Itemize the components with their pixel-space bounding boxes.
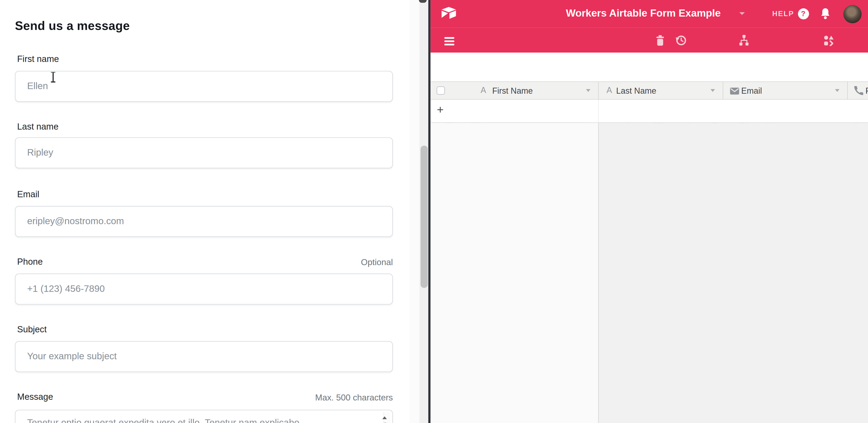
column-caret-icon[interactable] xyxy=(710,89,715,92)
message-textarea[interactable]: Tenetur optio quaerat expedita vero et i… xyxy=(15,410,393,423)
phone-optional-hint: Optional xyxy=(221,258,393,267)
airtable-viewbar: Form Submissions SHARE xyxy=(430,28,868,53)
view-toolbar: Grid view … xyxy=(430,53,868,82)
screen: Send us a message First name Last name E… xyxy=(0,0,868,423)
phone-label: Phone xyxy=(17,257,43,267)
email-label: Email xyxy=(17,189,39,199)
scroll-gutter xyxy=(409,0,419,423)
base-title[interactable]: Workers Airtable Form Example xyxy=(566,7,721,19)
primary-column-divider xyxy=(598,100,599,123)
text-field-icon: A xyxy=(607,85,612,95)
grid-empty-area-left xyxy=(430,123,598,423)
history-icon[interactable] xyxy=(675,34,687,47)
airtable-topbar: Workers Airtable Form Example HELP ? xyxy=(430,0,868,28)
airtable-logo-icon[interactable] xyxy=(441,7,456,20)
column-caret-icon[interactable] xyxy=(835,89,839,92)
base-title-caret-icon[interactable] xyxy=(739,12,744,15)
column-divider[interactable] xyxy=(598,82,599,100)
text-field-icon: A xyxy=(481,85,486,95)
page-scrollbar-thumb[interactable] xyxy=(420,146,427,288)
contact-form-pane: Send us a message First name Last name E… xyxy=(0,0,409,423)
column-header-email[interactable]: Email xyxy=(741,86,762,95)
email-field[interactable] xyxy=(15,206,393,237)
add-row-band[interactable] xyxy=(430,100,868,123)
user-avatar[interactable] xyxy=(843,5,861,23)
automations-icon[interactable] xyxy=(739,35,749,46)
phone-field-icon xyxy=(854,86,863,95)
column-caret-icon[interactable] xyxy=(586,89,590,92)
subject-label: Subject xyxy=(17,325,47,334)
column-header-last-name[interactable]: Last Name xyxy=(616,86,656,95)
select-all-checkbox[interactable] xyxy=(437,86,445,94)
grid-empty-area-right xyxy=(599,123,868,423)
window-divider xyxy=(428,0,430,423)
primary-column-divider xyxy=(598,123,599,423)
first-name-input[interactable] xyxy=(15,71,393,102)
form-title: Send us a message xyxy=(15,19,130,33)
notifications-bell-icon[interactable] xyxy=(820,7,830,20)
message-maxchars-hint: Max. 500 characters xyxy=(221,393,393,402)
add-row-button[interactable]: + xyxy=(437,103,444,117)
trash-icon[interactable] xyxy=(655,35,664,46)
last-name-input[interactable] xyxy=(15,138,393,169)
help-button[interactable]: HELP xyxy=(772,9,794,18)
airtable-pane: Workers Airtable Form Example HELP ? For… xyxy=(430,0,868,423)
phone-field[interactable] xyxy=(15,274,393,305)
message-placeholder: Tenetur optio quaerat expedita vero et i… xyxy=(27,418,376,423)
message-label: Message xyxy=(17,392,53,402)
help-question-icon[interactable]: ? xyxy=(798,8,809,19)
subject-input[interactable] xyxy=(15,341,393,372)
column-header-first-name[interactable]: First Name xyxy=(492,86,533,95)
column-header-phone[interactable]: P xyxy=(865,86,868,95)
scroll-up-arrow-icon[interactable] xyxy=(382,416,387,419)
last-name-label: Last name xyxy=(17,122,59,132)
textarea-scrollbar[interactable] xyxy=(383,413,390,423)
email-field-icon xyxy=(730,87,739,94)
column-divider[interactable] xyxy=(723,82,723,100)
column-divider[interactable] xyxy=(847,82,848,100)
first-name-label: First name xyxy=(17,54,59,64)
apps-icon[interactable] xyxy=(824,35,834,46)
